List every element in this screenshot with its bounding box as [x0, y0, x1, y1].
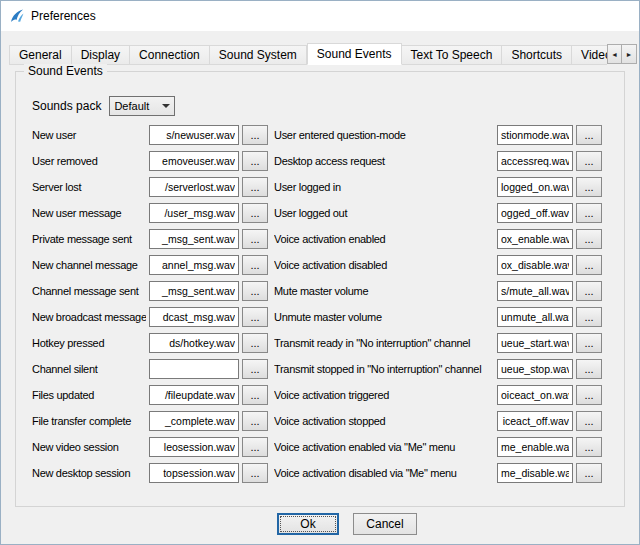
- sound-file-input[interactable]: [149, 203, 239, 223]
- sound-event-row: Channel silent ...: [32, 356, 272, 382]
- browse-button[interactable]: ...: [576, 151, 602, 171]
- sound-file-input[interactable]: [149, 125, 239, 145]
- browse-button[interactable]: ...: [242, 177, 268, 197]
- sound-event-row: User logged in ...: [274, 174, 610, 200]
- sound-file-input[interactable]: [149, 333, 239, 353]
- sound-file-input[interactable]: [149, 151, 239, 171]
- sound-event-label: Voice activation disabled: [274, 259, 494, 271]
- browse-button[interactable]: ...: [576, 203, 602, 223]
- sound-event-label: Voice activation disabled via "Me" menu: [274, 467, 494, 479]
- browse-button[interactable]: ...: [242, 463, 268, 483]
- sound-file-input[interactable]: [497, 281, 573, 301]
- sound-file-input[interactable]: [497, 177, 573, 197]
- sound-event-label: User logged out: [274, 207, 494, 219]
- group-title: Sound Events: [24, 64, 107, 78]
- sound-file-input[interactable]: [497, 359, 573, 379]
- browse-button[interactable]: ...: [576, 177, 602, 197]
- sound-file-input[interactable]: [149, 385, 239, 405]
- sound-event-label: Desktop access request: [274, 155, 494, 167]
- sound-file-input[interactable]: [497, 411, 573, 431]
- browse-button[interactable]: ...: [242, 359, 268, 379]
- sound-event-row: Files updated ...: [32, 382, 272, 408]
- browse-button[interactable]: ...: [242, 203, 268, 223]
- sound-file-input[interactable]: [149, 229, 239, 249]
- sound-file-input[interactable]: [149, 437, 239, 457]
- tab-scroll-right-button[interactable]: ►: [622, 44, 637, 64]
- browse-button[interactable]: ...: [576, 125, 602, 145]
- sound-event-row: New desktop session ...: [32, 460, 272, 486]
- sound-event-label: New channel message: [32, 259, 146, 271]
- sound-event-row: Voice activation disabled ...: [274, 252, 610, 278]
- sound-file-input[interactable]: [497, 437, 573, 457]
- browse-button[interactable]: ...: [242, 333, 268, 353]
- ok-button[interactable]: Ok: [277, 513, 339, 535]
- browse-button[interactable]: ...: [576, 411, 602, 431]
- sound-file-input[interactable]: [149, 411, 239, 431]
- sound-event-label: Transmit stopped in "No interruption" ch…: [274, 363, 494, 375]
- title-bar[interactable]: Preferences: [1, 1, 639, 31]
- tab-sound-events[interactable]: Sound Events: [307, 43, 402, 65]
- browse-button[interactable]: ...: [576, 281, 602, 301]
- sounds-pack-select[interactable]: Default: [109, 96, 175, 116]
- sound-event-row: Voice activation enabled ...: [274, 226, 610, 252]
- tab-video[interactable]: Video: [572, 45, 607, 65]
- tab-connection[interactable]: Connection: [130, 45, 210, 65]
- app-icon: [9, 8, 25, 24]
- sound-event-row: Desktop access request ...: [274, 148, 610, 174]
- browse-button[interactable]: ...: [242, 437, 268, 457]
- sound-event-row: Server lost ...: [32, 174, 272, 200]
- tab-sound-system[interactable]: Sound System: [210, 45, 307, 65]
- browse-button[interactable]: ...: [242, 229, 268, 249]
- sound-file-input[interactable]: [497, 307, 573, 327]
- sound-events-group: Sound Events Sounds pack Default New use…: [15, 71, 625, 507]
- browse-button[interactable]: ...: [242, 255, 268, 275]
- browse-button[interactable]: ...: [242, 281, 268, 301]
- sound-file-input[interactable]: [497, 125, 573, 145]
- sound-event-label: File transfer complete: [32, 415, 146, 427]
- sound-file-input[interactable]: [149, 281, 239, 301]
- sound-event-label: Voice activation enabled: [274, 233, 494, 245]
- sound-event-label: Hotkey pressed: [32, 337, 146, 349]
- sound-file-input[interactable]: [497, 203, 573, 223]
- sound-file-input[interactable]: [497, 385, 573, 405]
- sound-file-input[interactable]: [149, 359, 239, 379]
- tab-scroller: ◄ ►: [607, 44, 637, 64]
- browse-button[interactable]: ...: [242, 125, 268, 145]
- sound-event-row: New user ...: [32, 122, 272, 148]
- sound-file-input[interactable]: [497, 333, 573, 353]
- sound-file-input[interactable]: [149, 255, 239, 275]
- browse-button[interactable]: ...: [576, 307, 602, 327]
- browse-button[interactable]: ...: [242, 411, 268, 431]
- browse-button[interactable]: ...: [242, 385, 268, 405]
- tab-display[interactable]: Display: [72, 45, 130, 65]
- browse-button[interactable]: ...: [576, 359, 602, 379]
- browse-button[interactable]: ...: [576, 437, 602, 457]
- sound-file-input[interactable]: [149, 307, 239, 327]
- browse-button[interactable]: ...: [242, 151, 268, 171]
- sound-event-label: New video session: [32, 441, 146, 453]
- sound-event-label: Files updated: [32, 389, 146, 401]
- sound-file-input[interactable]: [497, 151, 573, 171]
- browse-button[interactable]: ...: [576, 385, 602, 405]
- sound-event-row: Private message sent ...: [32, 226, 272, 252]
- browse-button[interactable]: ...: [576, 333, 602, 353]
- browse-button[interactable]: ...: [576, 463, 602, 483]
- tab-label: Sound System: [219, 48, 297, 62]
- tab-text-to-speech[interactable]: Text To Speech: [402, 45, 503, 65]
- sound-event-label: Transmit ready in "No interruption" chan…: [274, 337, 494, 349]
- tab-scroll-left-button[interactable]: ◄: [607, 44, 622, 64]
- browse-button[interactable]: ...: [242, 307, 268, 327]
- browse-button[interactable]: ...: [576, 229, 602, 249]
- sound-file-input[interactable]: [149, 177, 239, 197]
- tab-label: Connection: [139, 48, 200, 62]
- tab-general[interactable]: General: [9, 45, 72, 65]
- sound-file-input[interactable]: [149, 463, 239, 483]
- sound-file-input[interactable]: [497, 255, 573, 275]
- sound-file-input[interactable]: [497, 229, 573, 249]
- sound-event-row: File transfer complete ...: [32, 408, 272, 434]
- cancel-button[interactable]: Cancel: [353, 513, 417, 535]
- tab-shortcuts[interactable]: Shortcuts: [502, 45, 572, 65]
- sound-event-row: New broadcast message ...: [32, 304, 272, 330]
- sound-file-input[interactable]: [497, 463, 573, 483]
- browse-button[interactable]: ...: [576, 255, 602, 275]
